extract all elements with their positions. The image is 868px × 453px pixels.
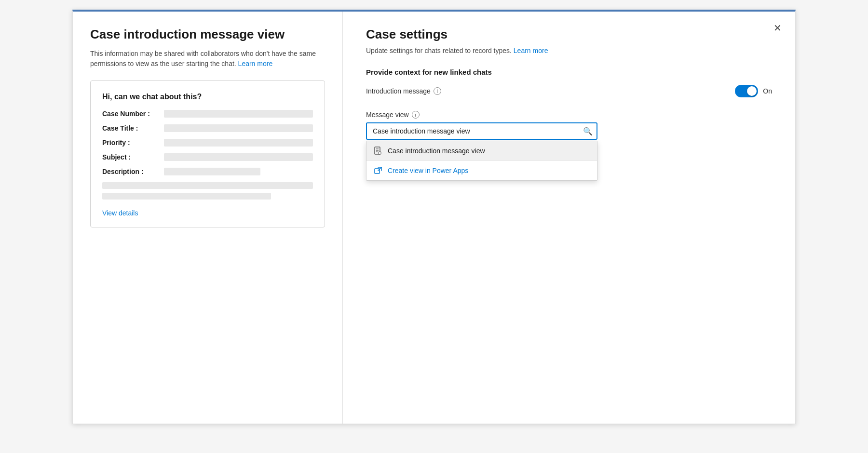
toggle-slider: [735, 85, 758, 97]
right-panel-subtitle-text: Update settings for chats related to rec…: [366, 47, 512, 54]
search-icon-button[interactable]: 🔍: [583, 127, 593, 136]
preview-field-label-case-number: Case Number :: [102, 110, 160, 118]
dropdown-item-create-power-apps-label: Create view in Power Apps: [388, 167, 468, 174]
preview-field-case-number: Case Number :: [102, 110, 313, 118]
close-button[interactable]: ✕: [772, 21, 784, 35]
preview-greeting: Hi, can we chat about this?: [102, 93, 313, 101]
dropdown-item-case-intro[interactable]: Case introduction message view: [366, 141, 597, 160]
message-view-section: Message view i 🔍: [366, 111, 772, 181]
left-learn-more-link[interactable]: Learn more: [238, 60, 273, 67]
right-panel-title: Case settings: [366, 27, 772, 42]
preview-field-bar-description: [164, 168, 260, 175]
intro-message-row: Introduction message i On: [366, 85, 772, 97]
external-link-icon: [373, 166, 383, 175]
message-view-search-input[interactable]: [366, 122, 597, 140]
right-learn-more-link[interactable]: Learn more: [514, 47, 548, 54]
left-panel-title: Case introduction message view: [90, 27, 325, 42]
preview-field-subject: Subject :: [102, 153, 313, 161]
intro-message-label-container: Introduction message i: [366, 87, 441, 95]
section-title: Provide context for new linked chats: [366, 68, 772, 76]
left-panel-description: This information may be shared with coll…: [90, 49, 325, 69]
dropdown-item-case-intro-label: Case introduction message view: [388, 147, 485, 155]
message-view-label-container: Message view i: [366, 111, 772, 119]
preview-desc-bar-2: [102, 193, 271, 200]
right-panel: ✕ Case settings Update settings for chat…: [343, 12, 795, 424]
preview-field-label-description: Description :: [102, 168, 160, 175]
preview-view-details-link[interactable]: View details: [102, 209, 138, 217]
preview-field-label-subject: Subject :: [102, 153, 160, 161]
preview-card: Hi, can we chat about this? Case Number …: [90, 80, 325, 227]
left-panel: Case introduction message view This info…: [73, 12, 343, 424]
toggle-label-text: On: [763, 87, 772, 95]
toggle-container: On: [735, 85, 772, 97]
dropdown-menu: Case introduction message view Create vi…: [366, 141, 597, 181]
preview-field-label-case-title: Case Title :: [102, 124, 160, 132]
intro-message-label-text: Introduction message: [366, 87, 431, 95]
right-panel-subtitle: Update settings for chats related to rec…: [366, 47, 772, 54]
description-text: This information may be shared with coll…: [90, 50, 316, 67]
preview-field-bar-subject: [164, 153, 313, 161]
search-input-container: 🔍: [366, 122, 597, 140]
preview-field-label-priority: Priority :: [102, 139, 160, 147]
main-container: Case introduction message view This info…: [72, 10, 796, 424]
dropdown-item-create-power-apps[interactable]: Create view in Power Apps: [366, 161, 597, 180]
preview-field-bar-case-title: [164, 124, 313, 132]
preview-field-case-title: Case Title :: [102, 124, 313, 132]
document-icon: [373, 146, 383, 156]
preview-field-priority: Priority :: [102, 139, 313, 147]
preview-desc-bars: [102, 182, 313, 200]
preview-field-bar-case-number: [164, 110, 313, 118]
search-icon: 🔍: [583, 127, 593, 135]
preview-desc-bar-1: [102, 182, 313, 189]
intro-message-info-icon[interactable]: i: [434, 87, 441, 95]
message-view-label-text: Message view: [366, 111, 409, 119]
preview-field-bar-priority: [164, 139, 313, 147]
preview-field-description: Description :: [102, 168, 313, 175]
message-view-info-icon[interactable]: i: [412, 111, 420, 119]
toggle-switch[interactable]: [735, 85, 758, 97]
